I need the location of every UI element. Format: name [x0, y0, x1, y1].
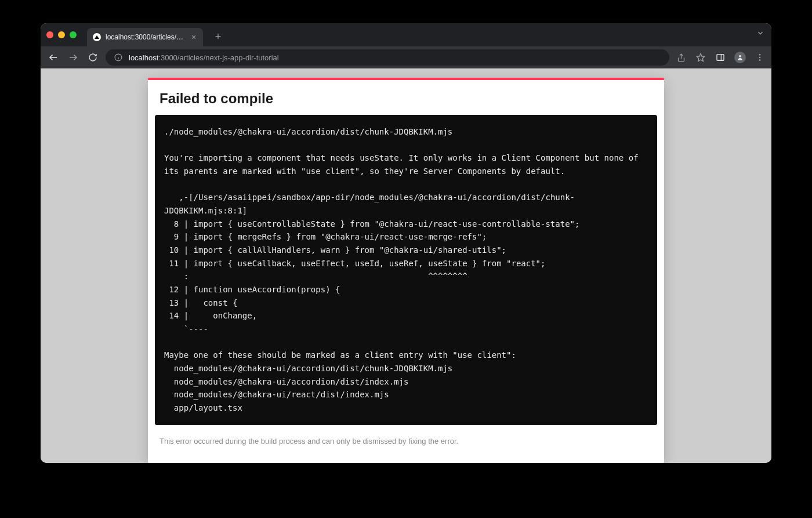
share-icon[interactable]	[675, 52, 687, 63]
browser-window: localhost:3000/articles/next-js × + loca…	[41, 23, 771, 463]
svg-point-10	[759, 54, 761, 56]
error-footer: This error occurred during the build pro…	[148, 432, 664, 451]
window-controls	[46, 31, 77, 38]
side-panel-icon[interactable]	[715, 52, 726, 63]
bookmark-icon[interactable]	[695, 52, 706, 63]
svg-rect-7	[717, 55, 724, 61]
close-window-button[interactable]	[46, 31, 53, 38]
favicon-icon	[93, 33, 101, 41]
tab-title: localhost:3000/articles/next-js	[106, 33, 187, 41]
address-bar[interactable]: localhost:3000/articles/next-js-app-dir-…	[106, 49, 669, 66]
close-tab-button[interactable]: ×	[191, 33, 196, 41]
browser-viewport: Failed to compile ./node_modules/@chakra…	[41, 68, 771, 463]
new-tab-button[interactable]: +	[211, 30, 225, 44]
forward-button[interactable]	[66, 50, 80, 64]
maximize-window-button[interactable]	[70, 31, 77, 38]
url-host: localhost	[129, 53, 158, 62]
reload-button[interactable]	[86, 50, 100, 64]
profile-avatar[interactable]	[734, 52, 746, 63]
svg-marker-6	[697, 53, 704, 61]
svg-point-12	[759, 59, 761, 61]
minimize-window-button[interactable]	[58, 31, 65, 38]
browser-tab[interactable]: localhost:3000/articles/next-js ×	[87, 28, 203, 46]
toolbar-right	[675, 52, 766, 63]
error-code-block: ./node_modules/@chakra-ui/accordion/dist…	[155, 115, 657, 425]
browser-toolbar: localhost:3000/articles/next-js-app-dir-…	[41, 46, 771, 68]
plus-icon: +	[215, 31, 222, 43]
tab-strip: localhost:3000/articles/next-js × +	[41, 23, 771, 46]
back-button[interactable]	[46, 50, 60, 64]
url-path: :3000/articles/next-js-app-dir-tutorial	[158, 53, 278, 62]
menu-icon[interactable]	[754, 52, 766, 63]
svg-point-11	[759, 57, 761, 59]
expand-tabs-button[interactable]	[756, 29, 764, 37]
url-text: localhost:3000/articles/next-js-app-dir-…	[129, 53, 279, 62]
site-info-icon[interactable]	[113, 52, 124, 63]
error-header: Failed to compile	[148, 80, 664, 115]
error-title: Failed to compile	[160, 90, 652, 107]
error-overlay: Failed to compile ./node_modules/@chakra…	[148, 78, 664, 463]
svg-point-9	[739, 55, 741, 57]
